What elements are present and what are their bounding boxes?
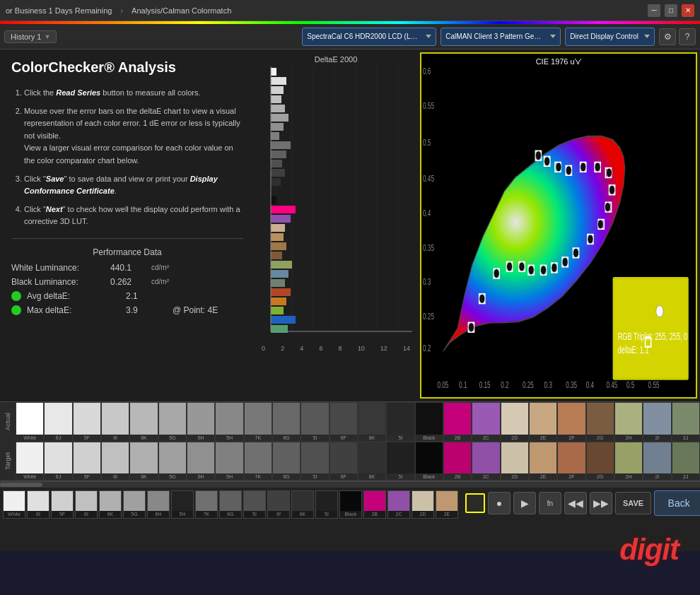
swatch-name: 2H (615, 435, 642, 441)
svg-point-67 (606, 168, 612, 177)
swatch-color (558, 403, 585, 435)
svg-rect-16 (271, 151, 286, 158)
swatch-item-actual: 2D (501, 402, 529, 442)
swatch-name: 2C (472, 473, 499, 480)
mini-swatch-item[interactable]: 5I (315, 490, 338, 519)
mini-swatch-item[interactable]: 6f (267, 490, 290, 519)
rewind-btn[interactable]: ◀◀ (564, 492, 587, 514)
swatch-name: 6G (273, 473, 300, 480)
swatch-item-actual: 7K (244, 402, 272, 442)
mini-swatch-item[interactable]: 6H (147, 490, 170, 519)
back-button[interactable]: Back (654, 490, 700, 516)
swatch-item-target: 6K (129, 442, 158, 481)
instruction-4: Click "Next" to check how well the displ… (24, 204, 243, 228)
mini-swatch-color (4, 491, 25, 511)
device1-selector[interactable]: SpectraCal C6 HDR2000 LCD (LED White) (302, 28, 436, 46)
swatch-color (672, 403, 699, 435)
minimize-button[interactable]: ─ (648, 4, 660, 17)
swatch-item-actual: 6H (187, 402, 215, 442)
maximize-button[interactable]: □ (665, 4, 677, 17)
device1-label: SpectraCal C6 HDR2000 LCD (LED White) (307, 33, 420, 40)
swatch-color (74, 442, 100, 474)
history-tab-arrow: ▼ (44, 33, 50, 40)
device3-selector[interactable]: Direct Display Control (565, 28, 655, 46)
swatch-name: 6G (273, 435, 300, 441)
swatch-name: 2F (558, 473, 585, 480)
swatch-name: 5H (216, 435, 243, 441)
mini-swatch-item[interactable]: 6G (219, 490, 242, 519)
swatch-item-actual: 2G (586, 402, 614, 442)
read-series-link: Read Series (56, 88, 100, 97)
swatch-name: 5G (159, 435, 186, 441)
swatch-item-actual: White (16, 402, 44, 442)
mini-swatch-item[interactable]: 5F (51, 490, 74, 519)
history-tab[interactable]: History 1 ▼ (4, 30, 57, 43)
close-button[interactable]: ✕ (682, 4, 694, 17)
play-btn[interactable]: ▶ (513, 492, 536, 514)
svg-rect-24 (271, 224, 285, 232)
mini-swatch-label: 2E (436, 511, 457, 518)
swatch-item-actual: 2E (529, 402, 557, 442)
save-button[interactable]: SAVE (615, 492, 651, 514)
swatch-name: 8K (358, 435, 385, 441)
mini-swatch-item[interactable]: White (3, 490, 25, 519)
swatch-item-actual: 6G (272, 402, 301, 442)
swatch-name: 2H (615, 473, 642, 480)
record-btn[interactable]: ● (488, 492, 511, 514)
swatch-color (102, 403, 129, 435)
mini-swatch-item[interactable]: Black (339, 490, 362, 519)
svg-text:0.55: 0.55 (648, 379, 660, 389)
mini-scrollbar[interactable] (0, 482, 700, 488)
svg-text:0.05: 0.05 (437, 379, 448, 389)
mini-swatch-color (76, 491, 97, 511)
swatch-color (187, 442, 214, 474)
mini-swatch-item[interactable]: 7K (195, 490, 218, 519)
svg-text:0.5: 0.5 (626, 379, 634, 389)
avg-delta-row: Avg deltaE: 2.1 (11, 291, 243, 301)
avg-delta-dot (11, 291, 21, 301)
svg-text:0.55: 0.55 (423, 100, 434, 110)
svg-text:0.6: 0.6 (423, 66, 431, 76)
target-swatch-row: White6J5F6I6K5G6H5H7K6G5I6F8K5IBlack2B2C… (16, 442, 700, 481)
title-bar-left: or Business 1 Days Remaining › Analysis/… (6, 6, 231, 15)
swatch-item-actual: 6J (44, 402, 72, 442)
swatch-color (444, 442, 471, 474)
svg-point-70 (597, 220, 603, 229)
mini-swatch-color (124, 491, 145, 511)
svg-point-69 (605, 203, 610, 212)
swatch-item-target: White (16, 442, 44, 481)
settings-icon[interactable]: ⚙ (659, 28, 676, 45)
mini-swatch-item[interactable]: 6K (99, 490, 122, 519)
mini-swatch-label: 5G (124, 511, 145, 518)
mini-swatch-item[interactable]: 5H (171, 490, 194, 519)
scrollbar-thumb (0, 483, 42, 487)
swatch-color (16, 403, 43, 435)
forward-btn[interactable]: ▶▶ (590, 492, 612, 514)
mini-swatch-item[interactable]: 2B (363, 490, 386, 519)
max-delta-label: Max deltaE: (27, 305, 126, 315)
swatch-name: 2I (643, 435, 670, 441)
swatch-color (472, 442, 499, 474)
black-luminance-row: Black Luminance: 0.262 cd/m² (11, 277, 243, 287)
swatch-item-target: 2B (443, 442, 472, 481)
svg-text:0.15: 0.15 (479, 379, 491, 389)
help-icon[interactable]: ? (679, 28, 696, 45)
mini-swatch-item[interactable]: 5I (243, 490, 266, 519)
mini-swatch-item[interactable]: 2E (436, 490, 458, 519)
mini-swatch-item[interactable]: 2C (387, 490, 410, 519)
black-luminance-value: 0.262 (110, 277, 146, 287)
swatch-name: 2E (530, 435, 556, 441)
svg-point-65 (581, 163, 586, 172)
swatch-item-actual: 6I (101, 402, 129, 442)
max-delta-dot (11, 305, 21, 315)
mini-swatch-item[interactable]: 6I (27, 490, 49, 519)
mini-swatch-item[interactable]: 6I (75, 490, 98, 519)
cie-panel: CIE 1976 u'v' (420, 52, 697, 399)
fn-btn[interactable]: fn (539, 492, 561, 514)
mini-swatch-item[interactable]: 2D (412, 490, 434, 519)
swatch-name: 7K (245, 435, 272, 441)
svg-point-63 (556, 163, 561, 172)
device2-selector[interactable]: CalMAN Client 3 Pattern Generator (441, 28, 561, 46)
mini-swatch-item[interactable]: 8K (291, 490, 314, 519)
mini-swatch-item[interactable]: 5G (123, 490, 146, 519)
